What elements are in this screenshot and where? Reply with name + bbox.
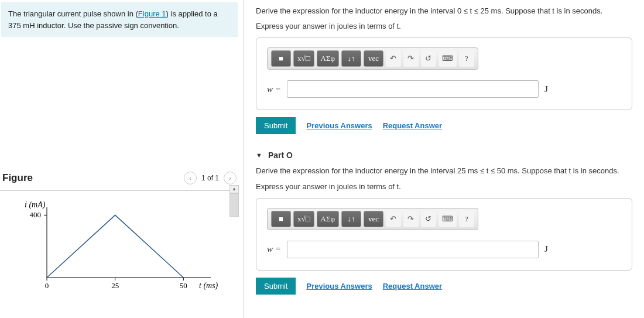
submit-button-n[interactable]: Submit (256, 117, 296, 134)
submit-button-o[interactable]: Submit (256, 278, 296, 295)
left-panel: The triangular current pulse shown in (F… (0, 0, 239, 318)
answer-box-o: ■ x√□ ΑΣφ ↓↑ vec ↶ ↷ ↺ ⌨ ? w = J (256, 198, 632, 271)
figure-pager: ‹ 1 of 1 › (184, 172, 237, 184)
pager-prev-button[interactable]: ‹ (184, 172, 197, 184)
problem-statement: The triangular current pulse shown in (F… (1, 2, 238, 37)
sqrt-button[interactable]: x√□ (293, 211, 314, 227)
eq-unit-o: J (544, 244, 548, 254)
eq-unit: J (544, 84, 548, 94)
part-o-title: Part O (268, 151, 293, 160)
redo-button[interactable]: ↷ (403, 211, 419, 227)
problem-text-a: The triangular current pulse shown in ( (8, 9, 138, 18)
answer-box-n: ■ x√□ ΑΣφ ↓↑ vec ↶ ↷ ↺ ⌨ ? w = J (256, 37, 632, 110)
part-n-instruction-text: Derive the expression for the inductor e… (256, 6, 602, 15)
keyboard-button[interactable]: ⌨ (439, 211, 457, 227)
collapse-icon: ▼ (256, 152, 262, 159)
scrollbar-up-icon[interactable]: ▲ (229, 185, 239, 193)
eq-label: w = (267, 84, 281, 94)
part-n-express: Express your answer in joules in terms o… (256, 21, 632, 32)
svg-text:t (ms): t (ms) (199, 281, 218, 290)
equation-row-o: w = J (267, 241, 621, 258)
help-button[interactable]: ? (459, 211, 474, 227)
keyboard-button[interactable]: ⌨ (439, 50, 457, 67)
equation-toolbar-o: ■ x√□ ΑΣφ ↓↑ vec ↶ ↷ ↺ ⌨ ? (267, 208, 478, 230)
undo-button[interactable]: ↶ (386, 211, 401, 227)
part-o-express: Express your answer in joules in terms o… (256, 182, 632, 192)
right-panel: Derive the expression for the inductor e… (244, 0, 644, 318)
previous-answers-link-o[interactable]: Previous Answers (306, 282, 372, 290)
svg-text:0: 0 (45, 281, 49, 290)
part-o-header[interactable]: ▼ Part O (256, 151, 632, 160)
eq-label-o: w = (267, 244, 281, 254)
answer-input-o[interactable] (287, 241, 539, 258)
template-button[interactable]: ■ (271, 50, 291, 67)
part-n: Derive the expression for the inductor e… (256, 6, 632, 134)
svg-text:400: 400 (30, 210, 42, 219)
part-n-instruction: Derive the expression for the inductor e… (256, 6, 632, 16)
divider (0, 190, 239, 191)
help-button[interactable]: ? (459, 50, 474, 67)
svg-text:25: 25 (111, 281, 119, 290)
reset-button[interactable]: ↺ (421, 211, 436, 227)
greek-button[interactable]: ΑΣφ (317, 211, 339, 227)
undo-button[interactable]: ↶ (386, 50, 401, 67)
figure-title: Figure (2, 172, 33, 184)
pager-text: 1 of 1 (201, 174, 219, 182)
svg-text:i (mA): i (mA) (25, 201, 46, 210)
figure-chart: 02550400i (mA)t (ms) (0, 196, 239, 303)
previous-answers-link-n[interactable]: Previous Answers (306, 121, 372, 130)
figure-header: Figure ‹ 1 of 1 › (0, 172, 239, 188)
part-o-instruction: Derive the expression for the inductor e… (256, 166, 632, 176)
request-answer-link-o[interactable]: Request Answer (383, 282, 442, 290)
equation-row: w = J (267, 80, 621, 98)
subsup-button[interactable]: ↓↑ (341, 211, 361, 227)
pager-next-button[interactable]: › (224, 172, 237, 184)
svg-text:50: 50 (180, 281, 187, 290)
request-answer-link-n[interactable]: Request Answer (383, 121, 442, 130)
reset-button[interactable]: ↺ (421, 50, 436, 67)
vec-button[interactable]: vec (364, 211, 383, 227)
subsup-button[interactable]: ↓↑ (341, 50, 361, 67)
figure-link[interactable]: Figure 1 (138, 9, 166, 18)
equation-toolbar: ■ x√□ ΑΣφ ↓↑ vec ↶ ↷ ↺ ⌨ ? (267, 47, 478, 70)
triangular-pulse-chart: 02550400i (mA)t (ms) (12, 201, 222, 295)
actions-n: Submit Previous Answers Request Answer (256, 117, 632, 134)
vec-button[interactable]: vec (364, 50, 383, 67)
part-o: Derive the expression for the inductor e… (256, 166, 632, 294)
greek-button[interactable]: ΑΣφ (317, 50, 339, 67)
sqrt-button[interactable]: x√□ (293, 50, 314, 67)
answer-input-n[interactable] (287, 80, 539, 98)
actions-o: Submit Previous Answers Request Answer (256, 278, 632, 295)
redo-button[interactable]: ↷ (403, 50, 419, 67)
template-button[interactable]: ■ (271, 211, 291, 227)
